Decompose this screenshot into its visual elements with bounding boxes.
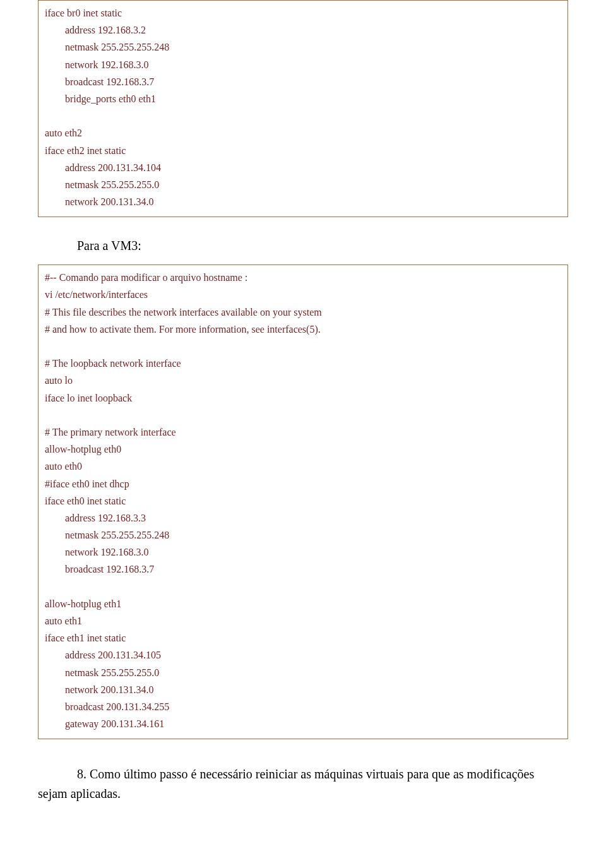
step-8: 8. Como último passo é necessário reinic… xyxy=(38,764,568,804)
config-box-1: iface br0 inet static address 192.168.3.… xyxy=(38,0,568,217)
step-8-line-1: 8. Como último passo é necessário reinic… xyxy=(38,764,568,784)
config-text-1: iface br0 inet static address 192.168.3.… xyxy=(45,4,561,210)
heading-vm3: Para a VM3: xyxy=(38,239,568,253)
config-text-2: #-- Comando para modificar o arquivo hos… xyxy=(45,269,561,732)
page-content: iface br0 inet static address 192.168.3.… xyxy=(0,0,606,841)
config-box-2: #-- Comando para modificar o arquivo hos… xyxy=(38,265,568,739)
step-8-line-2: sejam aplicadas. xyxy=(38,784,568,804)
